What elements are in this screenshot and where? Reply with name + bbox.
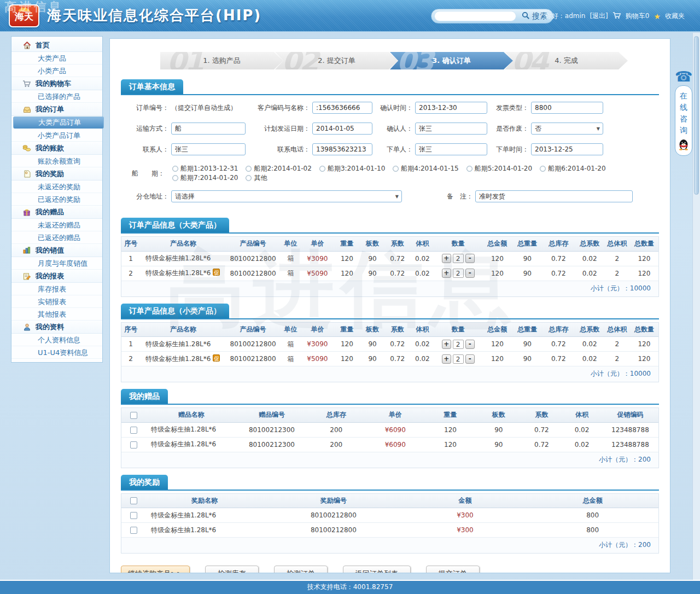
sidebar-section[interactable]: 我的销值 (11, 244, 102, 257)
increase-button[interactable]: + (442, 254, 451, 263)
sidebar-section[interactable]: 我的报表 (11, 270, 102, 283)
cell-text: 0.02 (410, 352, 434, 366)
decrease-button[interactable]: - (465, 354, 475, 364)
row-checkbox[interactable] (130, 512, 137, 519)
transport-mode-field[interactable] (171, 123, 246, 135)
qq-penguin-icon[interactable] (675, 138, 692, 153)
submit-order-button[interactable]: 提交订单 (426, 566, 480, 573)
logout-link[interactable]: [退出] (590, 11, 608, 21)
decrease-button[interactable]: - (465, 269, 475, 278)
cell-text: 箱 (280, 266, 301, 281)
cell-text: 90 (476, 422, 521, 437)
contact-phone-field[interactable] (312, 143, 372, 155)
sidebar-item[interactable]: 小类产品订单 (11, 129, 102, 142)
select-all-checkbox[interactable] (130, 497, 137, 504)
cell-text: 0.72 (384, 266, 410, 281)
row-checkbox[interactable] (130, 441, 137, 449)
column-header: 总数量 (630, 237, 658, 251)
increase-button[interactable]: + (442, 340, 451, 349)
sidebar-section[interactable]: 我的奖励 (11, 167, 102, 180)
sidebar-item[interactable]: 其他报表 (11, 308, 102, 321)
column-header: 产品名称 (140, 323, 226, 337)
sidebar-section[interactable]: 我的资料 (11, 321, 102, 334)
warehouse-select[interactable]: 请选择 ▼ (171, 190, 402, 202)
cell-text: 200 (307, 437, 366, 452)
column-header: 体积 (562, 408, 602, 422)
ship-date-radio[interactable]: 其他 (246, 174, 267, 182)
cell-text: 2 (121, 266, 140, 281)
select-all-checkbox[interactable] (130, 412, 137, 419)
favorites-link[interactable]: 收藏夹 (665, 11, 685, 21)
wizard-step[interactable]: 033. 确认订单 (390, 52, 513, 69)
sidebar-item[interactable]: 小类产品 (11, 65, 102, 77)
sidebar-item[interactable]: 库存报表 (11, 283, 102, 295)
cell-product-name: 特级金标生抽1.28L*6 (140, 251, 226, 266)
section-rewards: 我的奖励 (121, 475, 659, 491)
cell-text: 90 (513, 251, 542, 266)
user-icon (22, 323, 31, 331)
confirm-time-field[interactable] (415, 102, 487, 114)
confirmer-field[interactable] (415, 123, 487, 135)
row-checkbox[interactable] (130, 427, 137, 434)
ship-date-radio[interactable]: 船期2:2014-01-02 (246, 165, 311, 172)
ship-date-radio[interactable]: 船期5:2014-01-20 (466, 165, 532, 172)
wizard-step-number: 02 (282, 52, 317, 69)
action-buttons: 继续选购产品>>检测库存检测订单返回订单列表提交订单 (121, 566, 659, 573)
contact-field[interactable] (171, 143, 246, 155)
back-to-order-list-button[interactable]: 返回订单列表 (343, 566, 411, 573)
sidebar-item[interactable]: 未返还的奖励 (11, 180, 102, 193)
scrollbar-thumb[interactable] (694, 36, 699, 195)
continue-shopping-button[interactable]: 继续选购产品>> (121, 566, 190, 573)
row-checkbox[interactable] (130, 527, 137, 534)
orderer-field[interactable] (415, 143, 487, 155)
sidebar-item[interactable]: 大类产品订单 (13, 117, 104, 129)
column-header: 总金额 (527, 494, 658, 508)
ship-date-radio[interactable]: 船期1:2013-12-31 (172, 165, 238, 172)
sidebar-item[interactable]: U1-U4资料信息 (11, 346, 102, 359)
sidebar-item[interactable]: 已选择的产品 (11, 90, 102, 103)
void-select[interactable]: 否▼ (531, 123, 603, 135)
search-input[interactable] (434, 11, 516, 21)
cell-text: 0.72 (542, 337, 575, 352)
order-time-field[interactable] (531, 143, 603, 155)
plan-ship-date-field[interactable] (312, 123, 372, 135)
sidebar-section[interactable]: 我的赠品 (11, 206, 102, 219)
ship-date-radio[interactable]: 船期3:2014-01-10 (319, 165, 385, 172)
ship-date-radio[interactable]: 船期4:2014-01-15 (393, 165, 458, 172)
sidebar-item[interactable]: 实销报表 (11, 295, 102, 308)
sidebar-item[interactable]: 月度与年度销值 (11, 257, 102, 270)
invoice-type-field[interactable] (531, 102, 603, 114)
increase-button[interactable]: + (442, 354, 451, 364)
column-header: 板数 (360, 323, 384, 337)
check-order-button[interactable]: 检测订单 (274, 566, 328, 573)
sidebar-item[interactable]: 已返还的赠品 (11, 231, 102, 244)
wizard-step[interactable]: 022. 提交订单 (275, 52, 398, 69)
wizard-step[interactable]: 011. 选购产品 (160, 52, 283, 69)
check-stock-button[interactable]: 检测库存 (205, 566, 259, 573)
scrollbar-track[interactable] (692, 33, 700, 580)
sidebar-section[interactable]: 我的购物车 (11, 77, 102, 90)
decrease-button[interactable]: - (465, 254, 475, 263)
phone-icon[interactable]: ☎ (675, 69, 692, 84)
sidebar-item[interactable]: 已返还的奖励 (11, 193, 102, 206)
cell-text: 0.72 (542, 352, 575, 366)
increase-button[interactable]: + (442, 269, 451, 278)
sidebar-item[interactable]: 账款余额查询 (11, 155, 102, 167)
sidebar-item[interactable]: 大类产品 (11, 52, 102, 65)
cell-text: 2 (604, 352, 630, 366)
remark-input[interactable] (475, 190, 633, 202)
sidebar-section[interactable]: 首页 (11, 39, 102, 52)
cart-link[interactable]: 购物车0 (626, 11, 650, 21)
cell-text: 80100212300 (237, 437, 307, 452)
sidebar-item[interactable]: 个人资料信息 (11, 334, 102, 346)
ship-date-radio[interactable]: 船期7:2014-01-20 (172, 174, 238, 182)
ship-date-radio[interactable]: 船期6:2014-01-20 (540, 165, 605, 172)
cell-price: ¥5090 (301, 352, 334, 366)
decrease-button[interactable]: - (465, 340, 475, 349)
sidebar-item[interactable]: 未返还的赠品 (11, 219, 102, 231)
customer-code-name-field[interactable] (312, 102, 372, 114)
sidebar-section[interactable]: 我的订单 (11, 103, 102, 116)
online-consult-button[interactable]: 在线咨询 (675, 85, 692, 156)
sidebar-section[interactable]: 我的账款 (11, 142, 102, 155)
wizard-step[interactable]: 044. 完成 (505, 52, 628, 69)
